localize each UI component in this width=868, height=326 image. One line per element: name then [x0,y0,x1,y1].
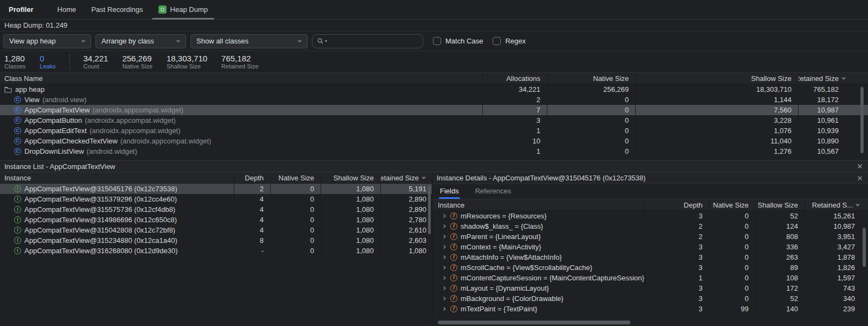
col-native-size[interactable]: Native Size [547,73,635,84]
field-row[interactable]: f mScrollCache = {View$ScrollabilityCach… [432,262,868,273]
col-instance[interactable]: Instance [0,174,234,182]
match-case-option[interactable]: Match Case [433,37,483,45]
col-depth[interactable]: Depth [644,199,709,210]
field-row[interactable]: f mContentCaptureSession = {MainContentC… [432,273,868,283]
close-icon[interactable] [856,174,864,182]
stat-count: 34,221 Count [83,54,108,70]
instance-row[interactable]: I AppCompatTextView@315575736 (0x12cf4db… [0,204,432,215]
tab-heap-dump[interactable]: Heap Dump [151,0,215,20]
col-native-size[interactable]: Native Size [270,172,321,183]
stat-native-size-value: 256,269 [122,54,152,63]
search-options-caret-icon[interactable]: ▾ [325,39,327,43]
retained-value: 10,890 [798,136,868,146]
sort-descending-icon [855,202,860,208]
instance-row[interactable]: I AppCompatTextView@315379296 (0x12cc4e6… [0,194,432,204]
match-case-checkbox[interactable] [433,37,441,45]
stat-leaks[interactable]: 0 Leaks [40,54,55,70]
retained-value: 2,780 [380,215,432,225]
chevron-right-icon[interactable] [442,223,447,229]
field-row[interactable]: f mLayout = {DynamicLayout} 3 0 172 743 [432,283,868,293]
chevron-right-icon[interactable] [442,275,447,281]
shallow-value: 1,080 [321,215,380,225]
class-icon: C [14,137,21,145]
field-row-label: mResources = {Resources} [461,212,547,220]
col-retained-size[interactable]: Retained Size [798,73,868,84]
instance-details-horizontal-scrollbar[interactable] [438,321,630,324]
col-class-name[interactable]: Class Name [0,74,482,83]
col-shallow-size[interactable]: Shallow Size [755,199,805,210]
field-icon: f [450,295,457,302]
retained-value: 18,172 [798,95,868,105]
tab-past-recordings-label: Past Recordings [91,5,143,14]
instance-icon: I [14,196,21,203]
depth-value: 4 [234,204,270,215]
regex-option[interactable]: Regex [493,37,526,45]
col-allocations[interactable]: Allocations [482,73,547,84]
field-row[interactable]: f mContext = {MainActivity} 3 0 336 3,42… [432,242,868,252]
shallow-value: 172 [755,283,805,293]
tab-home[interactable]: Home [50,0,84,20]
chevron-right-icon[interactable] [442,285,447,291]
sort-descending-icon [841,76,846,81]
tab-past-recordings[interactable]: Past Recordings [84,0,150,20]
field-row[interactable]: f mParent = {LinearLayout} 2 0 808 3,951 [432,231,868,242]
instance-details-panel: Instance Details - AppCompatTextView@315… [432,172,868,326]
col-shallow-size[interactable]: Shallow Size [635,73,798,84]
shallow-value: 18,303,710 [635,84,798,95]
regex-checkbox[interactable] [493,37,501,45]
chevron-right-icon[interactable] [442,254,447,260]
class-row-appcompattextview-selected[interactable]: C AppCompatTextView (androidx.appcompat.… [0,105,868,115]
instance-row[interactable]: I AppCompatTextView@314986696 (0x12c650c… [0,215,432,225]
col-retained-size[interactable]: Retained Size [380,172,432,183]
field-icon: f [450,274,457,281]
chevron-right-icon[interactable] [442,265,447,271]
class-row-appcompatcheckedtextview[interactable]: C AppCompatCheckedTextView (androidx.app… [0,136,868,146]
col-depth[interactable]: Depth [234,172,270,183]
instance-row[interactable]: I AppCompatTextView@316268080 (0x12d9de3… [0,246,432,256]
chevron-right-icon[interactable] [442,213,447,219]
class-row-label: View [24,96,40,104]
instance-list-scrollbar[interactable] [428,185,431,234]
native-value: 0 [270,215,321,225]
field-row-label: shadow$_klass_ = {Class} [461,222,543,230]
class-table-header: Class Name Allocations Native Size Shall… [0,73,868,84]
retained-value: 10,961 [798,115,868,126]
class-row-dropdownlistview[interactable]: C DropDownListView (android.widget) 1 0 … [0,146,868,156]
match-case-label: Match Case [445,37,483,45]
col-instance[interactable]: Instance [432,201,644,209]
alloc-value: 10 [482,136,547,146]
tab-references[interactable]: References [474,187,512,199]
chevron-right-icon[interactable] [442,306,447,312]
field-row[interactable]: f mBackground = {ColorDrawable} 3 0 52 3… [432,293,868,304]
field-row[interactable]: f mTextPaint = {TextPaint} 3 99 140 239 [432,304,868,314]
class-filter-select[interactable]: Show all classes [190,34,308,48]
class-table-scrollbar[interactable] [860,87,864,153]
col-shallow-size[interactable]: Shallow Size [321,172,380,183]
class-row-appcompatedittext[interactable]: C AppCompatEditText (androidx.appcompat.… [0,126,868,136]
instance-row[interactable]: I AppCompatTextView@315042808 (0x12c72bf… [0,225,432,235]
instance-row-selected[interactable]: I AppCompatTextView@315045176 (0x12c7353… [0,184,432,194]
class-row-view[interactable]: C View (android.view) 2 0 1,144 18,172 [0,95,868,105]
chevron-right-icon[interactable] [442,234,447,240]
class-row-app-heap[interactable]: app heap 34,221 256,269 18,303,710 765,1… [0,84,868,95]
retained-value: 5,191 [380,184,432,194]
instance-row[interactable]: I AppCompatTextView@315234880 (0x12ca1a4… [0,235,432,246]
chevron-right-icon[interactable] [442,244,447,250]
chevron-right-icon[interactable] [442,296,447,302]
class-row-package: (androidx.appcompat.widget) [85,116,176,124]
heap-scope-select[interactable]: View app heap [3,34,91,48]
col-retained-size[interactable]: Retained S... [805,199,868,210]
arrange-by-select[interactable]: Arrange by class [95,34,186,48]
tab-fields[interactable]: Fields [439,187,460,199]
instance-details-scrollbar[interactable] [863,228,866,267]
field-row[interactable]: f mAttachInfo = {View$AttachInfo} 3 0 26… [432,252,868,262]
field-row[interactable]: f mResources = {Resources} 3 0 52 15,261 [432,211,868,221]
search-box[interactable]: ▾ [312,34,423,48]
depth-value: 3 [644,262,709,273]
depth-value: 1 [644,273,709,283]
close-icon[interactable] [856,162,864,170]
col-native-size[interactable]: Native Size [709,199,755,210]
search-input[interactable] [328,37,418,45]
class-row-appcompatbutton[interactable]: C AppCompatButton (androidx.appcompat.wi… [0,115,868,126]
field-row[interactable]: f shadow$_klass_ = {Class} 2 0 124 10,98… [432,221,868,231]
